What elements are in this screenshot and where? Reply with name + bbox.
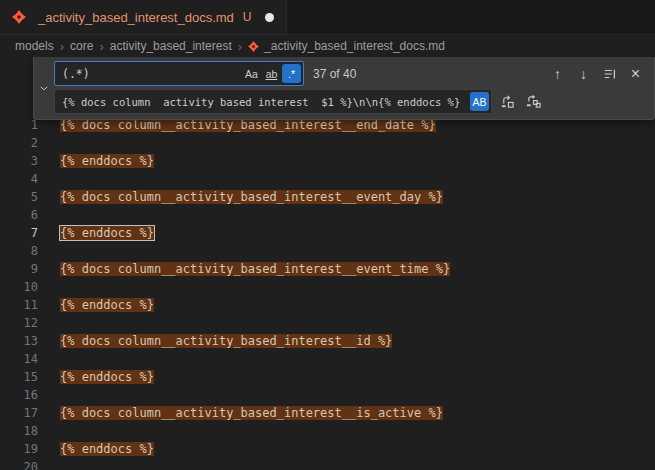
line-number: 18 bbox=[0, 422, 38, 440]
editor-line[interactable]: 4 bbox=[0, 170, 655, 188]
line-number: 4 bbox=[0, 170, 38, 188]
previous-match-button[interactable]: ↑ bbox=[547, 63, 568, 84]
next-match-button[interactable]: ↓ bbox=[573, 63, 594, 84]
search-match: {% docs column__activity_based_interest_… bbox=[60, 262, 450, 276]
close-find-widget-button[interactable]: × bbox=[625, 63, 646, 84]
match-case-toggle[interactable]: Aa bbox=[242, 64, 261, 83]
line-text bbox=[38, 422, 60, 440]
breadcrumb: models › core › activity_based_interest … bbox=[0, 35, 655, 57]
breadcrumb-item-core[interactable]: core bbox=[70, 39, 93, 53]
tab-bar: _activity_based_interest_docs.md U bbox=[0, 0, 655, 35]
line-text bbox=[38, 170, 60, 188]
line-number: 10 bbox=[0, 278, 38, 296]
line-number: 15 bbox=[0, 368, 38, 386]
search-match: {% enddocs %} bbox=[60, 370, 154, 384]
breadcrumb-separator: › bbox=[99, 39, 103, 54]
line-text bbox=[38, 458, 60, 470]
line-text: {% enddocs %} bbox=[38, 440, 154, 458]
line-text bbox=[38, 314, 60, 332]
line-text bbox=[38, 206, 60, 224]
line-text: {% enddocs %} bbox=[38, 152, 154, 170]
replace-icon bbox=[500, 94, 515, 109]
editor-line[interactable]: 8 bbox=[0, 242, 655, 260]
line-number: 5 bbox=[0, 188, 38, 206]
tab-filename: _activity_based_interest_docs.md bbox=[38, 10, 234, 25]
line-text bbox=[38, 278, 60, 296]
editor-line[interactable]: 12 bbox=[0, 314, 655, 332]
unsaved-changes-dot[interactable] bbox=[265, 13, 274, 22]
replace-all-button[interactable] bbox=[523, 91, 544, 112]
whole-word-toggle[interactable]: ab bbox=[262, 64, 281, 83]
editor-line[interactable]: 7{% enddocs %} bbox=[0, 224, 655, 242]
replace-input[interactable]: {% docs column__activity_based_interest_… bbox=[54, 89, 492, 114]
replace-button[interactable] bbox=[497, 91, 518, 112]
breadcrumb-separator: › bbox=[238, 39, 242, 54]
editor-line[interactable]: 18 bbox=[0, 422, 655, 440]
line-number: 12 bbox=[0, 314, 38, 332]
replace-all-icon bbox=[526, 94, 541, 109]
dbt-icon bbox=[248, 41, 259, 52]
line-text bbox=[38, 242, 60, 260]
breadcrumb-separator: › bbox=[60, 39, 64, 54]
line-number: 13 bbox=[0, 332, 38, 350]
preserve-case-toggle[interactable]: AB bbox=[470, 92, 489, 111]
breadcrumb-item-file[interactable]: _activity_based_interest_docs.md bbox=[264, 39, 445, 53]
editor-line[interactable]: 19{% enddocs %} bbox=[0, 440, 655, 458]
editor-line[interactable]: 2 bbox=[0, 134, 655, 152]
dbt-file-icon-small bbox=[248, 41, 259, 52]
line-text: {% enddocs %} bbox=[38, 296, 154, 314]
editor-line[interactable]: 13{% docs column__activity_based_interes… bbox=[0, 332, 655, 350]
git-status-badge: U bbox=[243, 10, 252, 24]
line-number: 1 bbox=[0, 116, 38, 134]
breadcrumb-item-models[interactable]: models bbox=[15, 39, 54, 53]
search-match: {% enddocs %} bbox=[60, 154, 154, 168]
match-count: 37 of 40 bbox=[313, 67, 356, 81]
line-number: 8 bbox=[0, 242, 38, 260]
line-number: 16 bbox=[0, 386, 38, 404]
editor-line[interactable]: 10 bbox=[0, 278, 655, 296]
editor-line[interactable]: 3{% enddocs %} bbox=[0, 152, 655, 170]
search-match: {% enddocs %} bbox=[60, 226, 154, 240]
search-match: {% docs column__activity_based_interest_… bbox=[60, 334, 392, 348]
editor-line[interactable]: 11{% enddocs %} bbox=[0, 296, 655, 314]
editor-line[interactable]: 6 bbox=[0, 206, 655, 224]
regex-toggle[interactable]: .* bbox=[282, 64, 301, 83]
search-match: {% docs column__activity_based_interest_… bbox=[60, 118, 436, 132]
line-text: {% docs column__activity_based_interest_… bbox=[38, 404, 443, 422]
line-number: 11 bbox=[0, 296, 38, 314]
editor-line[interactable]: 17{% docs column__activity_based_interes… bbox=[0, 404, 655, 422]
replace-value: {% docs column__activity_based_interest_… bbox=[62, 96, 469, 108]
close-icon: × bbox=[631, 65, 640, 83]
line-text: {% enddocs %} bbox=[38, 224, 154, 242]
arrow-up-icon: ↑ bbox=[554, 66, 561, 82]
search-match: {% docs column__activity_based_interest_… bbox=[60, 190, 443, 204]
line-text: {% docs column__activity_based_interest_… bbox=[38, 332, 392, 350]
editor-tab[interactable]: _activity_based_interest_docs.md U bbox=[0, 0, 287, 34]
find-input[interactable]: (.*) Aa ab .* bbox=[54, 61, 304, 86]
breadcrumb-item-folder[interactable]: activity_based_interest bbox=[110, 39, 232, 53]
editor-line[interactable]: 16 bbox=[0, 386, 655, 404]
find-in-selection-button[interactable] bbox=[599, 63, 620, 84]
find-replace-widget: (.*) Aa ab .* 37 of 40 ↑ ↓ bbox=[33, 57, 655, 120]
line-number: 19 bbox=[0, 440, 38, 458]
editor-line[interactable]: 9{% docs column__activity_based_interest… bbox=[0, 260, 655, 278]
line-number: 6 bbox=[0, 206, 38, 224]
editor-line[interactable]: 20 bbox=[0, 458, 655, 470]
editor-line[interactable]: 14 bbox=[0, 350, 655, 368]
editor-line[interactable]: 15{% enddocs %} bbox=[0, 368, 655, 386]
find-query: (.*) bbox=[62, 67, 241, 81]
arrow-down-icon: ↓ bbox=[580, 66, 587, 82]
line-text bbox=[38, 386, 60, 404]
line-number: 14 bbox=[0, 350, 38, 368]
editor-line[interactable]: 5{% docs column__activity_based_interest… bbox=[0, 188, 655, 206]
line-text bbox=[38, 134, 60, 152]
search-match: {% docs column__activity_based_interest_… bbox=[60, 406, 443, 420]
dbt-file-icon bbox=[12, 10, 26, 24]
line-number: 9 bbox=[0, 260, 38, 278]
line-number: 17 bbox=[0, 404, 38, 422]
search-match: {% enddocs %} bbox=[60, 298, 154, 312]
toggle-replace-button[interactable] bbox=[34, 57, 54, 119]
dbt-icon bbox=[12, 10, 26, 24]
line-number: 3 bbox=[0, 152, 38, 170]
line-number: 20 bbox=[0, 458, 38, 470]
